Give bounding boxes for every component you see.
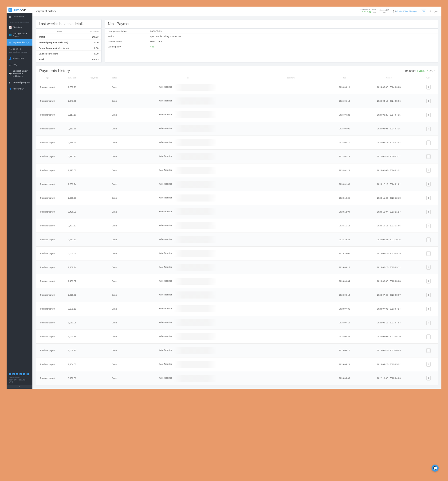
cell-comment [251,80,331,94]
cell-invoice: ⧉ [419,274,438,288]
publisher-balance: Publisher Balance 1,318.87 USD [360,8,376,14]
youtube-icon[interactable]: ▶ [23,373,25,375]
telegram-social-icon[interactable]: ✈ [27,373,29,375]
download-invoice-button[interactable]: ⧉ [426,321,431,325]
cell-fee [85,164,104,177]
cell-comment [251,122,331,136]
cell-fee [85,233,104,247]
download-invoice-button[interactable]: ⧉ [426,196,431,200]
cell-type: Publisher payout [36,219,59,233]
download-invoice-button[interactable]: ⧉ [426,265,431,270]
cell-invoice: ⧉ [419,247,438,261]
payment-row: Publisher payout 2,426.29 Done Wire Tran… [36,205,438,219]
logo[interactable]: H HilltopAds [7,7,32,13]
cell-date: 2024-03-11 [331,136,358,150]
download-invoice-button[interactable]: ⧉ [426,279,431,284]
payments-history-card: Payments history Balance: 1,318.87 USD t… [36,66,438,385]
cell-date: 2024-01-08 [331,177,358,191]
nav-referral[interactable]: $Referral program [7,79,32,85]
download-invoice-button[interactable]: ⧉ [426,113,431,117]
facebook-icon[interactable]: f [9,373,11,375]
download-invoice-button[interactable]: ⧉ [426,168,431,173]
cell-period: 2023-08-07 - 2023-08-28 [358,274,419,288]
cell-type: Publisher payout [36,247,59,261]
next-payment-row: Will be paid?Yes. [105,44,438,49]
language-button[interactable]: EN [420,9,427,13]
download-invoice-button[interactable]: ⧉ [426,237,431,242]
download-invoice-button[interactable]: ⧉ [426,85,431,90]
logout-button[interactable]: ⏻Logout [429,10,438,12]
payment-row: Publisher payout 3,020.36 Done Wire Tran… [36,330,438,344]
history-balance: Balance: 1,318.87 USD [405,69,435,73]
cell-to: Wire Transfer [125,302,251,316]
download-invoice-button[interactable]: ⧉ [426,251,431,256]
download-invoice-button[interactable]: ⧉ [426,376,431,381]
cell-status: Done [104,330,124,344]
cell-sum: 2,426.29 [59,205,85,219]
sidebar-collapse[interactable]: ‹ [7,385,32,389]
download-invoice-button[interactable]: ⧉ [426,348,431,353]
download-invoice-button[interactable]: ⧉ [426,334,431,339]
download-invoice-button[interactable]: ⧉ [426,140,431,145]
manager-block[interactable]: Nik ✉ Ⓢ ✈ Your publisher manager ‹ [7,45,32,55]
nav-payment-history[interactable]: ▭Payment history [7,39,32,45]
download-invoice-button[interactable]: ⧉ [426,127,431,131]
instagram-icon[interactable]: ◻ [16,373,18,375]
cell-to: Wire Transfer [125,80,251,94]
cell-to: Wire Transfer [125,316,251,330]
cell-comment [251,316,331,330]
download-invoice-button[interactable]: ⧉ [426,307,431,311]
cell-to: Wire Transfer [125,136,251,150]
cell-date: 2023-07-10 [331,316,358,330]
download-invoice-button[interactable]: ⧉ [426,99,431,103]
skype-icon[interactable]: Ⓢ [16,47,18,51]
cell-sum: 3,213.25 [59,150,85,164]
download-invoice-button[interactable]: ⧉ [426,182,431,187]
cell-invoice: ⧉ [419,136,438,150]
nav-dashboard[interactable]: ▦Dashboard [7,13,32,20]
cell-period: 2024-01-02 - 2024-01-22 [358,164,419,177]
payment-row: Publisher payout 2,463.10 Done Wire Tran… [36,233,438,247]
contact-manager-button[interactable]: 💬Contact Your Manager [393,10,417,12]
cell-period: 2024-01-22 - 2024-02-12 [358,150,419,164]
download-invoice-button[interactable]: ⧉ [426,154,431,159]
cell-date: 2023-07-31 [331,302,358,316]
cell-comment [251,191,331,205]
nav-manage[interactable]: 🌐Manage Site & Zones [7,30,32,39]
cell-status: Done [104,288,124,302]
cell-fee [85,94,104,108]
cell-period: 2023-07-03 - 2023-07-24 [358,302,419,316]
chevron-left-icon[interactable]: ‹ [30,48,31,50]
mail-icon[interactable]: ✉ [13,48,15,50]
last-week-table: entitysum, USD Traffic340.23Referral pro… [36,29,101,62]
download-invoice-button[interactable]: ⧉ [426,224,431,228]
download-invoice-button[interactable]: ⧉ [426,293,431,297]
payment-row: Publisher payout 3,053.95 Done Wire Tran… [36,316,438,330]
nav-faq[interactable]: ⓘFAQ [7,61,32,68]
payment-row: Publisher payout 2,008.92 Done Wire Tran… [36,344,438,357]
dashboard-icon: ▦ [9,15,11,18]
download-invoice-button[interactable]: ⧉ [426,362,431,367]
nav-suggest[interactable]: 💬Suggest a new feature for publishers [7,68,32,79]
payment-row: Publisher payout 9,130.00 Done Wire Tran… [36,371,438,385]
cell-date: 2023-06-12 [331,344,358,357]
cell-sum: 2,041.75 [59,94,85,108]
linkedin-icon[interactable]: in [12,373,15,375]
cell-period: 2023-09-25 - 2023-10-16 [358,233,419,247]
nav-statistics[interactable]: 📈Statistics [7,24,32,30]
next-payment-row: Next payment date2024-07-09 [105,29,438,34]
social-links: f in ◻ t ▶ ✈ [9,373,30,375]
cell-fee [85,108,104,122]
cell-type: Publisher payout [36,80,59,94]
twitter-icon[interactable]: t [20,373,22,375]
logo-icon: H [8,8,12,12]
cell-type: Publisher payout [36,177,59,191]
cell-type: Publisher payout [36,302,59,316]
cell-period: 2023-11-28 - 2023-12-18 [358,191,419,205]
nav-my-account[interactable]: 👤My Account [7,55,32,61]
cell-type: Publisher payout [36,316,59,330]
globe-icon: 🌐 [9,34,11,36]
download-invoice-button[interactable]: ⧉ [426,210,431,214]
telegram-icon[interactable]: ✈ [20,48,21,50]
manager-sub: Your publisher manager [9,51,30,53]
